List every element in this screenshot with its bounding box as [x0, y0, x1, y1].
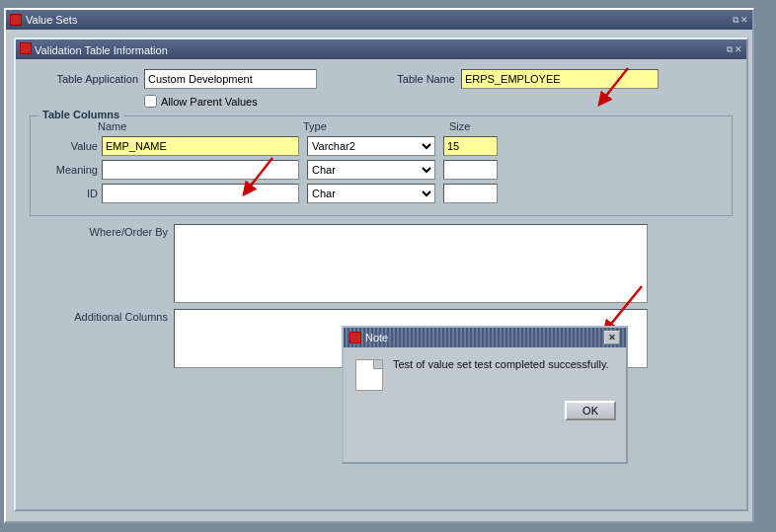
inner-restore-btn[interactable]: ⧉ — [727, 44, 733, 55]
allow-parent-row: Allow Parent Values — [144, 95, 733, 108]
table-columns-title: Table Columns — [39, 109, 123, 120]
allow-parent-label: Allow Parent Values — [161, 96, 258, 108]
meaning-size-input[interactable] — [443, 160, 498, 180]
name-column-arrow — [235, 153, 284, 202]
value-size-input[interactable] — [443, 136, 498, 156]
size-column-header: Size — [449, 120, 508, 132]
note-title: Note — [365, 332, 388, 343]
columns-header: Name Type Size — [98, 120, 724, 132]
meaning-type-select[interactable]: Char Varchar2 Number Date — [307, 160, 435, 180]
inner-title-left: Validation Table Information — [20, 42, 168, 56]
value-row-label: Value — [39, 140, 98, 152]
outer-window-title: Value Sets — [26, 14, 77, 26]
outer-title-left: Value Sets — [10, 14, 77, 26]
value-type-select[interactable]: Varchar2 Char Number Date — [307, 136, 435, 156]
table-row: ID Char Varchar2 Number Date — [39, 184, 724, 203]
name-column-header: Name — [98, 120, 295, 132]
table-row: Value Varchar2 Char Number Date — [39, 136, 724, 156]
note-title-left: Note — [349, 332, 388, 343]
note-dialog: Note ✕ Test of value set test completed … — [342, 326, 628, 464]
note-title-bar: Note ✕ — [344, 328, 626, 347]
table-application-input[interactable] — [144, 69, 317, 89]
table-columns-group: Table Columns Name Type Size Value Varch… — [30, 115, 733, 216]
inner-title-bar: Validation Table Information ⧉ ✕ — [16, 39, 746, 59]
type-column-header: Type — [303, 120, 441, 132]
inner-title-controls[interactable]: ⧉ ✕ — [727, 44, 742, 55]
inner-window-icon — [20, 42, 32, 54]
where-textarea[interactable] — [174, 224, 648, 303]
note-body: Test of value set test completed success… — [344, 347, 626, 401]
inner-close-btn[interactable]: ✕ — [735, 44, 742, 54]
svg-line-3 — [247, 158, 272, 190]
id-size-input[interactable] — [443, 184, 498, 203]
where-label: Where/Order By — [30, 224, 168, 238]
outer-restore-btn[interactable]: ⧉ — [733, 15, 738, 26]
id-row-label: ID — [39, 188, 98, 199]
allow-parent-checkbox[interactable] — [144, 95, 157, 108]
table-name-arrow — [590, 63, 640, 113]
table-row: Meaning Char Varchar2 Number Date — [39, 160, 724, 180]
outer-close-btn[interactable]: ✕ — [740, 15, 748, 25]
table-name-label: Table Name — [347, 73, 455, 85]
note-ok-row: OK — [344, 401, 626, 428]
outer-title-bar: Value Sets ⧉ ✕ — [6, 10, 752, 30]
note-close-button[interactable]: ✕ — [604, 331, 620, 344]
svg-line-5 — [607, 286, 642, 329]
outer-title-controls[interactable]: ⧉ ✕ — [733, 15, 748, 26]
table-app-label: Table Application — [30, 73, 138, 85]
additional-columns-label: Additional Columns — [30, 309, 168, 323]
meaning-row-label: Meaning — [39, 164, 98, 176]
inner-window-title: Validation Table Information — [35, 44, 168, 56]
note-paper-icon — [355, 359, 383, 391]
svg-line-1 — [602, 68, 628, 101]
note-message: Test of value set test completed success… — [393, 357, 614, 372]
note-icon — [349, 332, 361, 343]
outer-window-icon — [10, 14, 22, 26]
note-ok-button[interactable]: OK — [565, 401, 616, 420]
id-type-select[interactable]: Char Varchar2 Number Date — [307, 184, 435, 203]
value-sets-window: Value Sets ⧉ ✕ Validation Table Informat… — [4, 8, 754, 523]
